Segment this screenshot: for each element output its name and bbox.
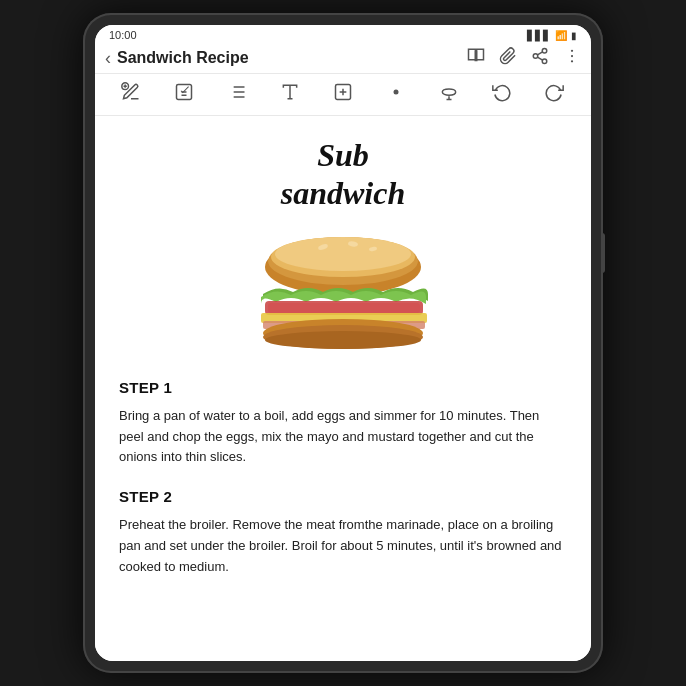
svg-point-0 — [542, 49, 547, 54]
battery-icon: ▮ — [571, 30, 577, 41]
status-right: ▋▋▋ 📶 ▮ — [527, 30, 577, 41]
svg-point-39 — [265, 331, 421, 349]
status-bar: 10:00 ▋▋▋ 📶 ▮ — [95, 25, 591, 43]
header-icons — [467, 47, 581, 69]
step1-heading: STEP 1 — [119, 379, 567, 396]
image-tool[interactable] — [329, 80, 357, 109]
signal-icon: ▋▋▋ — [527, 30, 551, 41]
step1-text: Bring a pan of water to a boil, add eggs… — [119, 406, 567, 468]
svg-point-5 — [571, 50, 573, 52]
step2-heading: STEP 2 — [119, 488, 567, 505]
title-line2: sandwich — [119, 174, 567, 212]
svg-point-23 — [393, 90, 398, 95]
content-area: Sub sandwich — [95, 116, 591, 661]
svg-rect-34 — [268, 303, 420, 313]
list-tool[interactable] — [223, 80, 251, 109]
handwrite-tool[interactable] — [117, 80, 145, 109]
lasso-tool[interactable] — [435, 80, 463, 109]
svg-point-7 — [571, 60, 573, 62]
checkbox-tool[interactable] — [170, 80, 198, 109]
svg-point-29 — [275, 237, 411, 271]
tablet-frame: 10:00 ▋▋▋ 📶 ▮ ‹ Sandwich Recipe — [83, 13, 603, 673]
svg-line-4 — [537, 52, 542, 55]
page-title: Sandwich Recipe — [117, 49, 467, 67]
text-tool[interactable] — [276, 80, 304, 109]
svg-point-6 — [571, 55, 573, 57]
recipe-title: Sub sandwich — [119, 136, 567, 213]
status-time: 10:00 — [109, 29, 137, 41]
side-button — [601, 233, 605, 273]
sandwich-illustration — [119, 229, 567, 359]
svg-line-3 — [537, 57, 542, 60]
more-menu-icon[interactable] — [563, 47, 581, 69]
step2-text: Preheat the broiler. Remove the meat fro… — [119, 515, 567, 577]
tablet-screen: 10:00 ▋▋▋ 📶 ▮ ‹ Sandwich Recipe — [95, 25, 591, 661]
app-header: ‹ Sandwich Recipe — [95, 43, 591, 74]
book-icon[interactable] — [467, 47, 485, 69]
attach-icon[interactable] — [499, 47, 517, 69]
toolbar — [95, 74, 591, 116]
share-icon[interactable] — [531, 47, 549, 69]
wifi-icon: 📶 — [555, 30, 567, 41]
svg-point-1 — [533, 54, 538, 59]
undo-tool[interactable] — [488, 80, 516, 109]
bullet-tool[interactable] — [382, 80, 410, 109]
svg-point-2 — [542, 59, 547, 64]
title-line1: Sub — [119, 136, 567, 174]
back-button[interactable]: ‹ — [105, 48, 111, 69]
redo-tool[interactable] — [540, 80, 568, 109]
